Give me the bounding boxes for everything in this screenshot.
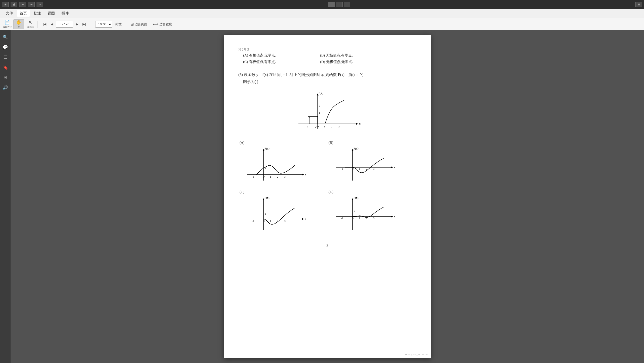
fx-graph-svg: x f(x) -1 O 1 2 3 1 2 -1 xyxy=(291,90,363,134)
sidebar-audio-icon[interactable]: 🔊 xyxy=(1,83,10,92)
svg-text:x: x xyxy=(394,215,395,218)
sidebar-comment-icon[interactable]: 💬 xyxy=(1,43,10,52)
svg-text:F(x): F(x) xyxy=(264,196,270,200)
sidebar-menu-icon[interactable]: ☰ xyxy=(1,53,10,62)
answer-graph-d: (D) x F(x) -1 O 1 2 3 xyxy=(328,190,415,234)
option-5a: (A) 有极值点,无零点. xyxy=(243,53,310,58)
toolbar-separator-2 xyxy=(91,21,92,28)
sidebar-layers-icon[interactable]: ⊟ xyxy=(1,73,10,82)
svg-text:x: x xyxy=(305,217,306,221)
svg-text:1: 1 xyxy=(354,210,355,213)
svg-text:f(x): f(x) xyxy=(319,91,324,95)
fit-page-icon: ⊞ xyxy=(130,22,134,26)
print-icon[interactable]: 🖨 xyxy=(10,2,17,7)
prev-page-button[interactable]: ◀ xyxy=(49,21,55,28)
last-page-button[interactable]: ▶| xyxy=(81,21,87,28)
page-navigation: |◀ ◀ ▶ ▶| xyxy=(42,21,87,28)
svg-text:2: 2 xyxy=(277,176,278,178)
svg-text:3: 3 xyxy=(373,217,374,220)
svg-marker-2 xyxy=(356,123,358,125)
svg-text:1: 1 xyxy=(359,217,360,220)
hand-label: 手 xyxy=(18,26,20,29)
answer-graph-a: (A) x F(x) -1 O 1 2 3 xyxy=(240,141,326,185)
zoom-shrink-label: 缩放 xyxy=(116,22,122,26)
svg-text:3: 3 xyxy=(284,176,286,178)
question5-options-row2: (C) 有极值点,有零点. (D) 无极值点,无零点. xyxy=(243,60,416,64)
svg-text:-1: -1 xyxy=(315,126,318,128)
svg-text:1: 1 xyxy=(319,111,320,114)
sidebar-search-icon[interactable]: 🔍 xyxy=(1,33,10,41)
svg-text:2: 2 xyxy=(366,168,367,170)
svg-text:-1: -1 xyxy=(252,176,254,178)
question5-options: y( ) f( )( (A) 有极值点,无零点. (B) 无极值点,有零点. (… xyxy=(238,45,416,64)
redo-icon[interactable]: ↪ xyxy=(28,2,35,7)
answer-d-label: (D) xyxy=(328,190,415,194)
title-bar-center xyxy=(328,2,350,7)
page-number-input[interactable] xyxy=(56,21,73,28)
option-5b: (B) 无极值点,有零点. xyxy=(320,53,388,58)
hand-icon: ✋ xyxy=(16,20,22,25)
tab-btn-1[interactable] xyxy=(328,2,335,7)
svg-text:3: 3 xyxy=(338,125,340,128)
menu-home[interactable]: 首页 xyxy=(17,10,30,16)
watermark: CSDN @m0_48799271 xyxy=(403,353,428,356)
toolbar-separator-1 xyxy=(38,21,38,28)
svg-text:-1: -1 xyxy=(349,177,350,179)
fit-width-button[interactable]: ⟺ 适合宽度 xyxy=(150,21,174,28)
menu-view[interactable]: 视图 xyxy=(45,10,58,16)
pdf-area[interactable]: y( ) f( )( (A) 有极值点,无零点. (B) 无极值点,有零点. (… xyxy=(10,30,644,363)
svg-text:1: 1 xyxy=(265,212,266,215)
answer-graph-c: (C) x F(x) -1 O 1 2 3 xyxy=(240,190,326,234)
title-bar-right: ⊟ xyxy=(635,2,642,7)
first-page-button[interactable]: |◀ xyxy=(42,21,48,28)
main-graph: x f(x) -1 O 1 2 3 1 2 -1 xyxy=(238,90,416,134)
answer-graph-b: (B) x F(x) -1 O 1 2 3 xyxy=(328,141,415,185)
svg-text:3: 3 xyxy=(284,220,286,222)
zoom-shrink-button[interactable]: 缩放 xyxy=(113,21,124,28)
tab-btn-2[interactable] xyxy=(336,2,343,7)
menu-file[interactable]: 文件 xyxy=(3,10,16,16)
left-sidebar: 🔍 💬 ☰ 🔖 ⊟ 🔊 xyxy=(0,30,10,363)
fit-page-label: 适合页面 xyxy=(135,22,147,26)
svg-text:O: O xyxy=(352,217,354,220)
svg-marker-3 xyxy=(317,94,319,96)
sidebar-bookmark-icon[interactable]: 🔖 xyxy=(1,63,10,72)
svg-marker-22 xyxy=(262,149,264,151)
menu-plugin[interactable]: 插件 xyxy=(59,10,72,16)
svg-text:1: 1 xyxy=(270,176,271,178)
svg-text:x: x xyxy=(359,122,361,126)
svg-text:F(x): F(x) xyxy=(354,147,358,150)
question5-options-row1: (A) 有极值点,无零点. (B) 无极值点,有零点. xyxy=(243,53,416,58)
svg-text:1: 1 xyxy=(359,168,360,170)
svg-rect-14 xyxy=(309,116,317,124)
svg-text:1: 1 xyxy=(324,125,325,128)
Fx-graph-a: x F(x) -1 O 1 2 3 1 xyxy=(240,146,312,184)
next-page-button[interactable]: ▶ xyxy=(74,21,80,28)
select-label: 请选择 xyxy=(27,26,34,29)
app-icon[interactable]: ⊞ xyxy=(2,2,9,7)
hand-tool-button[interactable]: ✋ 手 xyxy=(14,19,24,29)
svg-text:3: 3 xyxy=(373,168,374,170)
edit-pdf-button[interactable]: 📄 编辑PDF xyxy=(2,19,12,29)
svg-point-18 xyxy=(317,116,318,117)
select-tool-button[interactable]: ↖ 请选择 xyxy=(25,19,36,29)
zoom-select[interactable]: 100% 75% 125% 150% xyxy=(95,21,112,28)
tab-btn-3[interactable] xyxy=(344,2,350,7)
main-layout: 🔍 💬 ☰ 🔖 ⊟ 🔊 y( ) f( )( (A) 有极值点,无零点. (B)… xyxy=(0,30,644,363)
question6-text: (6) 设函数 y = f(x) 在区间[－1, 3] 上的图形如图所示,则函数… xyxy=(238,72,416,85)
menu-bar: 文件 首页 批注 视图 插件 xyxy=(0,9,644,18)
svg-marker-33 xyxy=(391,166,393,168)
undo-icon[interactable]: ↩ xyxy=(19,2,26,7)
svg-text:-1: -1 xyxy=(306,125,308,128)
menu-annotate[interactable]: 批注 xyxy=(31,10,44,16)
more-icon[interactable]: ··· xyxy=(36,2,43,7)
title-bar-left: ⊞ 🖨 ↩ ↪ ··· xyxy=(2,2,43,7)
fit-width-label: 适合宽度 xyxy=(160,22,172,26)
edit-pdf-icon: 📄 xyxy=(4,20,10,25)
fit-page-button[interactable]: ⊞ 适合页面 xyxy=(128,21,150,28)
svg-text:2: 2 xyxy=(331,125,332,128)
svg-marker-57 xyxy=(391,216,393,218)
select-icon: ↖ xyxy=(28,20,32,25)
svg-marker-21 xyxy=(302,174,304,176)
window-controls[interactable]: ⊟ xyxy=(635,2,642,7)
